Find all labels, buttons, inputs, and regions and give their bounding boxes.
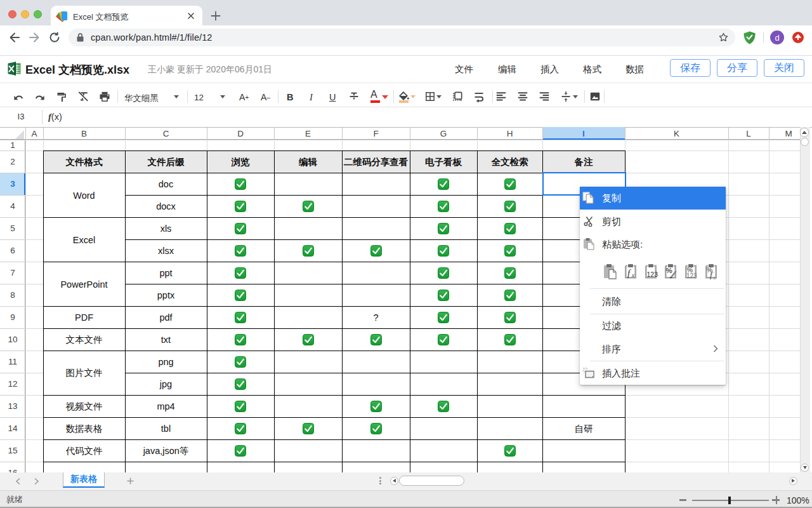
svg-text:x: x [713, 274, 716, 281]
svg-text:123: 123 [646, 271, 658, 278]
svg-text:123: 123 [686, 272, 697, 279]
svg-text:%: % [666, 267, 672, 274]
svg-text:x: x [631, 271, 635, 279]
svg-text:f: f [627, 268, 631, 278]
